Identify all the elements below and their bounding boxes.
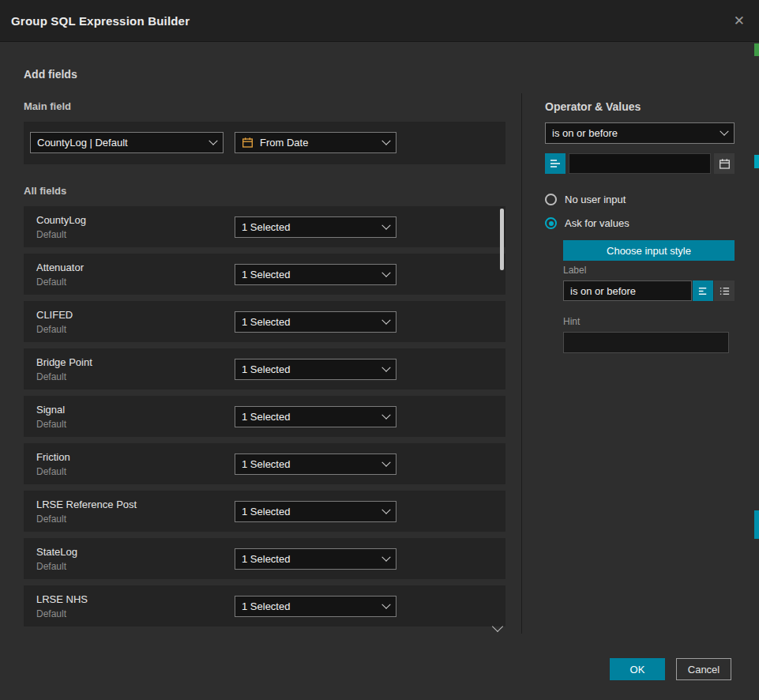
field-selection-value: 1 Selected <box>242 553 377 565</box>
main-field-dropdown-value: From Date <box>260 137 377 149</box>
field-selection-dropdown[interactable]: 1 Selected <box>235 501 396 522</box>
field-meta: Signal Default <box>36 404 235 430</box>
ok-button[interactable]: OK <box>610 658 665 680</box>
field-row: CLIFED Default 1 Selected <box>24 301 505 342</box>
radio-selected-icon <box>545 217 557 229</box>
field-row: Signal Default 1 Selected <box>24 396 505 437</box>
label-caption: Label <box>563 265 586 276</box>
chevron-down-icon <box>720 126 728 135</box>
cancel-button[interactable]: Cancel <box>676 658 731 680</box>
field-selection-value: 1 Selected <box>242 600 377 612</box>
field-name: StateLog <box>36 546 235 558</box>
field-subtitle: Default <box>36 277 235 288</box>
main-field-dropdown[interactable]: From Date <box>235 132 396 153</box>
field-row: Bridge Point Default 1 Selected <box>24 348 505 390</box>
field-selection-dropdown[interactable]: 1 Selected <box>235 216 396 238</box>
field-selection-value: 1 Selected <box>242 316 377 328</box>
text-input-style-icon[interactable] <box>693 280 713 301</box>
field-subtitle: Default <box>36 608 235 619</box>
field-selection-value: 1 Selected <box>242 363 377 375</box>
hint-caption: Hint <box>563 316 580 327</box>
field-selection-dropdown[interactable]: 1 Selected <box>235 264 396 285</box>
field-row: CountyLog Default 1 Selected <box>24 206 505 247</box>
field-selection-value: 1 Selected <box>242 506 377 517</box>
label-input[interactable] <box>563 280 692 301</box>
hint-input[interactable] <box>563 332 729 353</box>
field-subtitle: Default <box>36 324 235 335</box>
field-selection-dropdown[interactable]: 1 Selected <box>235 311 396 333</box>
field-subtitle: Default <box>36 466 235 477</box>
layer-dropdown-value: CountyLog | Default <box>37 137 204 149</box>
field-meta: LRSE Reference Post Default <box>36 499 235 525</box>
close-icon[interactable]: ✕ <box>734 0 745 41</box>
field-selection-dropdown[interactable]: 1 Selected <box>235 548 396 570</box>
operator-dropdown-value: is on or before <box>552 127 715 139</box>
field-subtitle: Default <box>36 419 235 430</box>
main-field-label: Main field <box>24 100 71 112</box>
radio-circle-icon <box>545 194 557 205</box>
chevron-down-icon <box>209 136 217 145</box>
value-input-mode-icon[interactable] <box>545 153 565 174</box>
field-meta: Attenuator Default <box>36 262 235 288</box>
chevron-down-icon <box>381 410 390 419</box>
field-name: LRSE Reference Post <box>36 499 235 510</box>
chevron-down-icon <box>381 600 390 608</box>
chevron-down-icon <box>381 552 390 561</box>
field-row: StateLog Default 1 Selected <box>24 538 505 579</box>
field-meta: CountyLog Default <box>36 214 235 240</box>
field-row: Friction Default 1 Selected <box>24 443 505 484</box>
screen-edge-artifact <box>754 510 759 539</box>
value-input[interactable] <box>569 153 711 174</box>
field-selection-dropdown[interactable]: 1 Selected <box>235 596 396 617</box>
field-selection-dropdown[interactable]: 1 Selected <box>235 406 396 427</box>
ask-for-values-radio[interactable]: Ask for values <box>545 217 629 229</box>
ask-for-values-label: Ask for values <box>565 217 629 229</box>
field-meta: Bridge Point Default <box>36 356 235 382</box>
date-picker-icon[interactable] <box>714 153 735 174</box>
chevron-down-icon <box>381 315 390 324</box>
field-meta: StateLog Default <box>36 546 235 572</box>
choose-input-style-button[interactable]: Choose input style <box>563 240 735 261</box>
field-selection-value: 1 Selected <box>242 458 377 470</box>
field-name: CountyLog <box>36 214 235 226</box>
dialog-header: Group SQL Expression Builder ✕ <box>0 0 759 42</box>
chevron-down-icon <box>381 505 390 514</box>
layer-dropdown[interactable]: CountyLog | Default <box>30 132 224 153</box>
field-selection-value: 1 Selected <box>242 411 377 423</box>
field-row: LRSE Reference Post Default 1 Selected <box>24 491 505 532</box>
field-subtitle: Default <box>36 229 235 240</box>
dialog-title: Group SQL Expression Builder <box>0 14 190 28</box>
field-selection-value: 1 Selected <box>242 269 377 280</box>
list-input-style-icon[interactable] <box>714 280 735 301</box>
main-field-band: CountyLog | Default From Date <box>24 122 505 164</box>
chevron-down-icon <box>381 268 390 277</box>
chevron-down-icon <box>381 457 390 466</box>
field-subtitle: Default <box>36 371 235 382</box>
operator-dropdown[interactable]: is on or before <box>545 122 735 144</box>
field-selection-dropdown[interactable]: 1 Selected <box>235 359 396 380</box>
add-fields-heading: Add fields <box>24 68 77 81</box>
field-meta: LRSE NHS Default <box>36 593 235 619</box>
field-name: Bridge Point <box>36 356 235 368</box>
value-row <box>545 153 735 174</box>
chevron-down-icon <box>381 136 390 145</box>
field-name: LRSE NHS <box>36 593 235 605</box>
field-selection-dropdown[interactable]: 1 Selected <box>235 453 396 475</box>
label-row <box>563 280 735 301</box>
fields-list-scrollbar-thumb[interactable] <box>500 209 504 270</box>
operator-values-heading: Operator & Values <box>545 100 641 113</box>
panel-divider <box>521 93 522 634</box>
chevron-down-icon <box>381 363 390 371</box>
no-user-input-radio[interactable]: No user input <box>545 194 626 205</box>
field-name: Friction <box>36 451 235 463</box>
field-meta: CLIFED Default <box>36 309 235 335</box>
field-name: Attenuator <box>36 262 235 273</box>
chevron-down-icon <box>381 220 390 229</box>
field-meta: Friction Default <box>36 451 235 477</box>
all-fields-label: All fields <box>24 185 66 197</box>
calendar-icon <box>242 137 254 149</box>
field-name: CLIFED <box>36 309 235 321</box>
field-row: LRSE NHS Default 1 Selected <box>24 585 505 627</box>
no-user-input-label: No user input <box>565 194 626 205</box>
field-subtitle: Default <box>36 514 235 525</box>
